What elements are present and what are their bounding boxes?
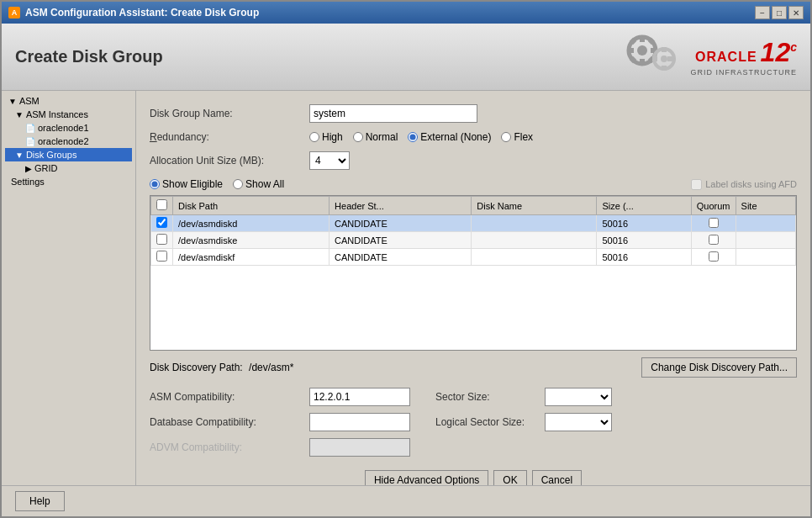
hide-advanced-button[interactable]: Hide Advanced Options (365, 470, 488, 485)
content-wrapper: ▼ ASM ▼ ASM Instances 📄 oraclenode1 📄 or… (2, 91, 810, 485)
redundancy-normal[interactable]: Normal (353, 131, 398, 143)
allocation-unit-row: Allocation Unit Size (MB): 4 8 16 32 (150, 151, 797, 170)
table-row[interactable]: /dev/asmdiske CANDIDATE 50016 (151, 232, 796, 249)
discovery-path-value: /dev/asm* (249, 362, 293, 373)
disk-group-name-label: Disk Group Name: (150, 108, 309, 119)
disk-group-name-row: Disk Group Name: (150, 104, 797, 123)
sidebar-item-oraclenode2[interactable]: 📄 oraclenode2 (5, 135, 132, 148)
disk-name-2 (472, 232, 597, 249)
compat-section: ASM Compatibility: Sector Size: Database… (150, 388, 797, 457)
discovery-row: Disk Discovery Path: /dev/asm* Change Di… (150, 357, 797, 378)
logical-sector-size-select[interactable] (545, 413, 612, 431)
change-discovery-path-button[interactable]: Change Disk Discovery Path... (641, 357, 797, 378)
close-button[interactable]: ✕ (788, 6, 804, 19)
disk-header-1: CANDIDATE (330, 215, 472, 232)
disk-quorum-3[interactable] (691, 249, 736, 266)
redundancy-external-radio[interactable] (408, 132, 418, 142)
file-icon-1: 📄 (25, 124, 35, 133)
row-check-2[interactable] (151, 232, 173, 249)
col-header-header-status: Header St... (330, 197, 472, 215)
show-eligible-radio[interactable] (150, 179, 160, 189)
quorum-check-2[interactable] (709, 235, 719, 245)
svg-point-1 (637, 45, 647, 56)
svg-rect-14 (652, 56, 657, 61)
sector-size-label: Sector Size: (435, 391, 545, 403)
disk-site-1 (736, 215, 795, 232)
show-radio-group: Show Eligible Show All (150, 178, 284, 190)
app-icon: A (8, 7, 20, 18)
disk-path-1: /dev/asmdiskd (173, 215, 330, 232)
disk-table-body: /dev/asmdiskd CANDIDATE 50016 /dev/asmdi… (151, 215, 796, 266)
disk-checkbox-1[interactable] (156, 217, 167, 228)
redundancy-high[interactable]: High (309, 131, 343, 143)
sidebar-item-settings[interactable]: Settings (5, 175, 132, 188)
svg-rect-3 (640, 59, 645, 66)
sidebar-label-oraclenode1: oraclenode1 (38, 123, 89, 133)
svg-rect-12 (662, 47, 667, 52)
label-disks-checkbox[interactable] (691, 179, 702, 190)
title-bar-buttons: − □ ✕ (755, 6, 804, 19)
file-icon-2: 📄 (25, 137, 35, 146)
advm-compat-input (309, 438, 410, 457)
disk-name-1 (472, 215, 597, 232)
disk-checkbox-3[interactable] (156, 251, 167, 262)
redundancy-normal-radio[interactable] (353, 132, 363, 142)
disk-group-name-input[interactable] (309, 104, 477, 123)
title-bar: A ASM Configuration Assistant: Create Di… (2, 2, 810, 24)
sector-size-select[interactable] (545, 388, 612, 406)
allocation-unit-label: Allocation Unit Size (MB): (150, 155, 309, 166)
col-header-path: Disk Path (173, 197, 330, 215)
table-row[interactable]: /dev/asmdiskd CANDIDATE 50016 (151, 215, 796, 232)
show-all-radio[interactable] (233, 179, 243, 189)
redundancy-row: Redundancy: High Normal External (None) … (150, 131, 797, 143)
redundancy-label: Redundancy: (150, 131, 309, 143)
disk-header-3: CANDIDATE (330, 249, 472, 266)
asm-compat-input[interactable] (309, 388, 410, 406)
sidebar-item-asm-instances[interactable]: ▼ ASM Instances (5, 108, 132, 121)
logo-section: ORACLE 12c GRID INFRASTRUCTURE (624, 32, 798, 82)
disk-table: Disk Path Header St... Disk Name Size (.… (150, 196, 796, 266)
disk-path-2: /dev/asmdiske (173, 232, 330, 249)
show-all-option[interactable]: Show All (233, 178, 284, 190)
label-disks-afp: Label disks using AFD (691, 179, 797, 190)
disk-site-2 (736, 232, 795, 249)
sidebar-label-settings: Settings (11, 177, 45, 187)
row-check-1[interactable] (151, 215, 173, 232)
help-button[interactable]: Help (15, 491, 65, 511)
ok-button[interactable]: OK (493, 470, 526, 485)
col-header-size: Size (... (597, 197, 691, 215)
row-check-3[interactable] (151, 249, 173, 266)
expand-icon-2: ▼ (15, 110, 24, 119)
show-eligible-label: Show Eligible (162, 178, 223, 190)
page-title: Create Disk Group (15, 47, 163, 66)
redundancy-external[interactable]: External (None) (408, 131, 491, 143)
maximize-button[interactable]: □ (772, 6, 787, 19)
disk-quorum-1[interactable] (691, 215, 736, 232)
discovery-label: Disk Discovery Path: /dev/asm* (150, 362, 293, 373)
table-row[interactable]: /dev/asmdiskf CANDIDATE 50016 (151, 249, 796, 266)
sidebar-item-disk-groups[interactable]: ▼ Disk Groups (5, 148, 132, 161)
quorum-check-1[interactable] (709, 218, 719, 228)
sidebar-item-asm[interactable]: ▼ ASM (5, 94, 132, 108)
disk-quorum-2[interactable] (691, 232, 736, 249)
redundancy-flex-radio[interactable] (501, 132, 511, 142)
disk-checkbox-2[interactable] (156, 234, 167, 245)
sidebar-label-asm-instances: ASM Instances (26, 109, 88, 119)
disk-header-2: CANDIDATE (330, 232, 472, 249)
db-compat-input[interactable] (309, 413, 410, 431)
main-panel: Disk Group Name: Redundancy: High Normal… (136, 91, 810, 485)
show-eligible-option[interactable]: Show Eligible (150, 178, 223, 190)
cancel-button[interactable]: Cancel (532, 470, 582, 485)
col-header-disk-name: Disk Name (472, 197, 597, 215)
redundancy-flex[interactable]: Flex (501, 131, 533, 143)
select-all-checkbox[interactable] (156, 199, 167, 210)
col-header-quorum: Quorum (691, 197, 736, 215)
sidebar-item-grid[interactable]: ▶ GRID (5, 161, 132, 175)
minimize-button[interactable]: − (755, 6, 770, 19)
sidebar-item-oraclenode1[interactable]: 📄 oraclenode1 (5, 121, 132, 135)
allocation-unit-select[interactable]: 4 8 16 32 (309, 151, 350, 170)
redundancy-high-radio[interactable] (309, 132, 319, 142)
expand-icon: ▼ (8, 97, 17, 106)
svg-rect-4 (627, 48, 634, 53)
quorum-check-3[interactable] (709, 251, 719, 262)
